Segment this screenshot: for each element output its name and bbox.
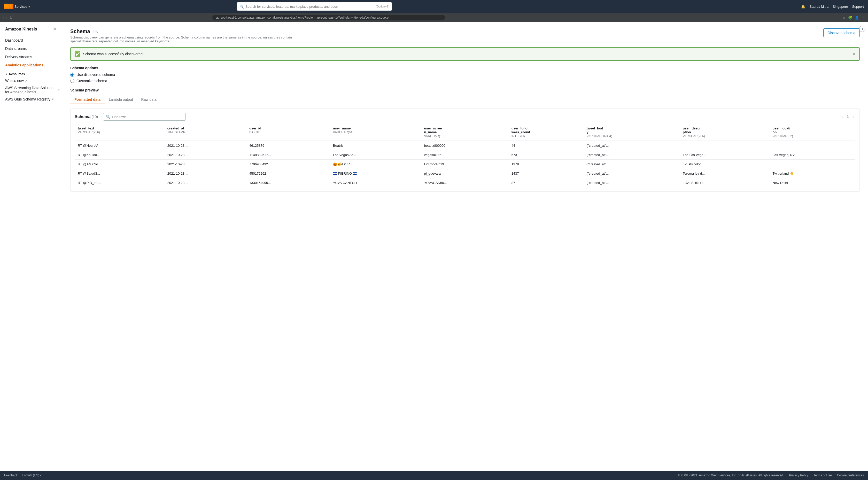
cell-description-3: Tercera ley d... xyxy=(680,169,770,178)
external-link-icon-2: ↗ xyxy=(57,88,60,92)
cell-screen-name-1: vegasazure xyxy=(421,150,508,160)
col-created-at-type: TIMESTAMP xyxy=(167,130,185,134)
page-title: Schema xyxy=(70,28,90,34)
col-user-location: user_location VARCHAR(32) xyxy=(769,124,855,141)
cell-user-name-1: Las Vegas Az... xyxy=(330,150,421,160)
cell-user-id-0: 46125879 xyxy=(246,141,330,150)
sidebar-whats-new[interactable]: What's new ↗ xyxy=(0,77,62,84)
schema-preview-label: Schema preview xyxy=(70,88,860,92)
close-banner-button[interactable]: ✕ xyxy=(852,52,855,57)
cell-created-at-3: 2021-10-23 ... xyxy=(164,169,246,178)
schema-description: Schema discovery can generate a schema u… xyxy=(70,35,303,43)
info-link[interactable]: Info xyxy=(93,29,98,33)
global-search-bar[interactable]: 🔍 [Option+S] xyxy=(237,2,392,10)
streaming-solution-label: AWS Streaming Data Solution for Amazon K… xyxy=(5,86,56,94)
col-tweet-body-name: tweet_body xyxy=(587,126,603,134)
next-page-button[interactable]: › xyxy=(851,114,855,120)
cell-tweet-body-2: {"created_at"... xyxy=(584,160,680,169)
external-link-icon-3: ↗ xyxy=(52,98,54,101)
cell-followers-2: 1378 xyxy=(508,160,584,169)
tab-lambda-output[interactable]: Lambda output xyxy=(104,95,137,104)
cookie-preferences-link[interactable]: Cookie preferences xyxy=(837,474,864,477)
aws-logo-mark xyxy=(4,4,13,9)
support-menu[interactable]: Support xyxy=(852,5,864,8)
cell-screen-name-2: LicRocoRc19 xyxy=(421,160,508,169)
sidebar-title: Amazon Kinesis ✕ xyxy=(0,26,62,36)
copyright-text: © 2008 - 2021, Amazon Web Services, Inc.… xyxy=(678,474,784,477)
nav-right: 🔔 Saurav Mitra Singapore Support xyxy=(801,5,864,8)
user-menu[interactable]: Saurav Mitra xyxy=(809,5,829,8)
cell-user-id-1: 1148832517... xyxy=(246,150,330,160)
footer: Feedback English (US) ▾ © 2008 - 2021, A… xyxy=(0,471,868,480)
col-screen-name-type: VARCHAR(16) xyxy=(424,134,444,138)
table-body: RT @NeuroV... 2021-10-23 ... 46125879 Be… xyxy=(75,141,855,187)
radio-customize[interactable]: Customize schema xyxy=(70,79,860,83)
top-navigation: Services ▾ 🔍 [Option+S] 🔔 Saurav Mitra S… xyxy=(0,0,868,13)
sidebar: Amazon Kinesis ✕ Dashboard Data streams … xyxy=(0,22,62,480)
col-user-id-type: BIGINT xyxy=(249,130,259,134)
table-header: tweet_text VARCHAR(256) created_at TIMES… xyxy=(75,124,855,141)
sidebar-item-dashboard[interactable]: Dashboard xyxy=(0,36,62,44)
cell-tweet-body-3: {"created_at"... xyxy=(584,169,680,178)
privacy-policy-link[interactable]: Privacy Policy xyxy=(789,474,809,477)
services-label[interactable]: Services xyxy=(14,5,27,8)
search-input[interactable] xyxy=(245,5,376,8)
cell-location-4: New Delhi xyxy=(769,178,855,187)
sidebar-streaming-solution[interactable]: AWS Streaming Data Solution for Amazon K… xyxy=(0,84,62,96)
radio-customize-label: Customize schema xyxy=(76,79,107,83)
refresh-button[interactable]: ↻ xyxy=(9,16,12,20)
region-selector[interactable]: Singapore xyxy=(833,5,848,8)
col-user-description-name: user_description xyxy=(683,126,702,134)
row-search-field[interactable]: 🔍 xyxy=(103,113,186,121)
radio-use-discovered-input[interactable] xyxy=(70,72,74,77)
main-content: Schema Info Schema discovery can generat… xyxy=(62,22,868,480)
profile-icon[interactable]: 👤 xyxy=(855,16,859,20)
sidebar-item-data-streams[interactable]: Data streams xyxy=(0,44,62,53)
glue-registry-label: AWS Glue Schema Registry xyxy=(5,97,51,101)
sidebar-item-analytics-applications[interactable]: Analytics applications xyxy=(0,61,62,69)
cell-created-at-1: 2021-10-23 ... xyxy=(164,150,246,160)
url-field[interactable]: ap-southeast-1.console.aws.amazon.com/ki… xyxy=(212,15,445,21)
table-pagination: ‹ 1 › xyxy=(840,114,855,120)
aws-logo[interactable]: Services ▾ xyxy=(4,4,30,9)
table-row: RT @SaludS... 2021-10-23 ... 450172262 🇸… xyxy=(75,169,855,178)
col-user-description: user_description VARCHAR(256) xyxy=(680,124,770,141)
sidebar-glue-registry[interactable]: AWS Glue Schema Registry ↗ xyxy=(0,96,62,103)
menu-icon[interactable]: ⋮ xyxy=(862,16,865,20)
cell-tweet-text-3: RT @SaludS... xyxy=(75,169,164,178)
cell-screen-name-4: YUVAGAN50... xyxy=(421,178,508,187)
schema-title-area: Schema Info Schema discovery can generat… xyxy=(70,28,303,43)
cell-followers-3: 1437 xyxy=(508,169,584,178)
discover-schema-button[interactable]: Discover schema xyxy=(823,28,860,37)
sidebar-close-button[interactable]: ✕ xyxy=(53,26,57,32)
sidebar-item-delivery-streams[interactable]: Delivery streams xyxy=(0,53,62,61)
cell-tweet-body-0: {"created_at"... xyxy=(584,141,680,150)
cell-tweet-text-4: RT @PIB_Ind... xyxy=(75,178,164,187)
col-created-at: created_at TIMESTAMP xyxy=(164,124,246,141)
schema-table-section: Schema (10) 🔍 ‹ 1 › xyxy=(70,109,860,192)
schema-table-header: Schema (10) 🔍 ‹ 1 › xyxy=(75,113,855,121)
radio-customize-input[interactable] xyxy=(70,79,74,83)
schema-table-title: Schema (10) xyxy=(75,115,98,119)
col-user-id: user_id BIGINT xyxy=(246,124,330,141)
col-screen-name-name: user_screen_name xyxy=(424,126,442,134)
bookmark-icon[interactable]: ☆ xyxy=(842,16,845,20)
feedback-link[interactable]: Feedback xyxy=(4,474,18,477)
success-check-icon: ✅ xyxy=(75,51,80,57)
cell-location-0 xyxy=(769,141,855,150)
cell-user-name-2: 🎃🐱/Lic.R... xyxy=(330,160,421,169)
extensions-icon[interactable]: 🧩 xyxy=(848,16,852,20)
col-followers-count: user_followers_count INTEGER xyxy=(508,124,584,141)
tab-raw-data[interactable]: Raw data xyxy=(137,95,161,104)
radio-use-discovered[interactable]: Use discovered schema xyxy=(70,72,860,77)
col-user-description-type: VARCHAR(256) xyxy=(683,134,705,138)
row-search-input[interactable] xyxy=(112,115,183,119)
notifications-bell-icon[interactable]: 🔔 xyxy=(801,5,805,8)
language-selector[interactable]: English (US) ▾ xyxy=(22,474,42,477)
terms-of-use-link[interactable]: Terms of Use xyxy=(813,474,832,477)
schema-header: Schema Info Schema discovery can generat… xyxy=(70,28,860,43)
tab-formatted-data[interactable]: Formatted data xyxy=(70,95,104,104)
row-search-icon: 🔍 xyxy=(106,115,110,119)
page-info-button[interactable]: ℹ xyxy=(859,26,865,32)
back-button[interactable]: ‹ xyxy=(3,16,4,20)
